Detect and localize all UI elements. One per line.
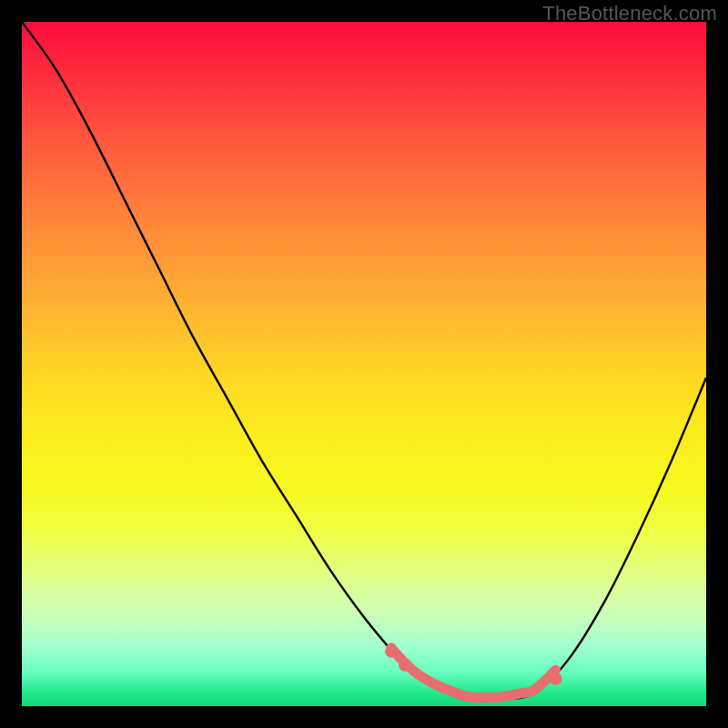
plot-area (22, 22, 706, 706)
highlight-dot (385, 645, 398, 658)
highlight-dot (399, 659, 411, 672)
highlight-dot (550, 672, 562, 685)
watermark-text: TheBottleneck.com (542, 2, 717, 25)
curve-layer (22, 22, 706, 706)
sweet-spot-highlight (391, 648, 555, 697)
bottleneck-curve (22, 22, 706, 701)
chart-frame: TheBottleneck.com (0, 0, 728, 728)
